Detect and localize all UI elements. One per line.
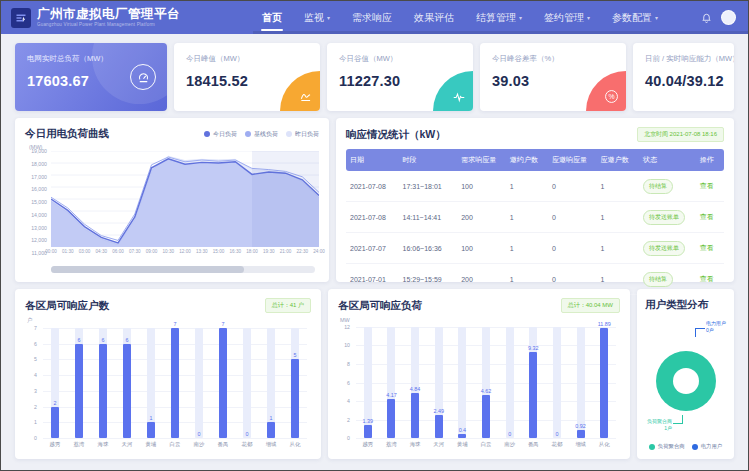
donut-label-aggregator: 负荷聚合商 1户 <box>647 418 672 431</box>
x-category-label: 越秀 <box>50 441 61 448</box>
response-statistics-panel: 响应情况统计（kW） 北京时间 2021-07-08 18:16 日期 时段 需… <box>336 118 734 282</box>
bar <box>411 393 419 438</box>
kpi-label: 日前 / 实时响应能力（MW） <box>645 54 722 64</box>
brand: 广州市虚拟电厂管理平台 Guangzhou Virtual Power Plan… <box>11 8 251 28</box>
view-link[interactable]: 查看 <box>700 244 714 251</box>
legend-item-aggregator[interactable]: 负荷聚合商 <box>649 443 685 450</box>
kpi-card-response-capacity: 日前 / 实时响应能力（MW） 40.04/39.12 <box>633 43 734 111</box>
area-chart <box>51 151 319 247</box>
x-axis: 00:0001:3003:0004:3006:0007:3009:0010:30… <box>51 247 319 256</box>
bar-column: 6荔湾 <box>67 328 91 438</box>
y-axis-unit: 户 <box>27 317 311 324</box>
gauge-icon <box>130 64 156 90</box>
bar <box>291 359 299 438</box>
table-header-row: 日期 时段 需求响应量 邀约户数 应邀响应量 应邀户数 状态 操作 <box>346 149 724 171</box>
status-badge: 待发送账单 <box>643 241 685 256</box>
x-tick: 10:30 <box>163 249 175 254</box>
x-tick: 07:30 <box>129 249 141 254</box>
chevron-down-icon: ▾ <box>655 14 658 21</box>
view-link[interactable]: 查看 <box>700 182 714 189</box>
legend-dot <box>692 444 698 450</box>
x-category-label: 番禺 <box>218 441 229 448</box>
notification-bell-icon[interactable] <box>701 9 712 27</box>
kpi-card-today-valley: 今日谷值（MW） 11227.30 <box>327 43 473 111</box>
bar-value-label: 0.4 <box>459 427 467 433</box>
nav-item-contract[interactable]: 签约管理▾ <box>533 1 601 34</box>
kpi-label: 今日峰谷差率（%） <box>492 54 614 64</box>
chevron-down-icon: ▾ <box>587 14 590 21</box>
legend-dot <box>286 131 292 137</box>
view-link[interactable]: 查看 <box>700 213 714 220</box>
bar-column: 11.89从化 <box>592 327 616 438</box>
user-avatar[interactable] <box>721 10 736 25</box>
legend-dot <box>649 444 655 450</box>
kpi-label: 今日谷值（MW） <box>339 54 461 64</box>
col-demand: 需求响应量 <box>457 149 506 171</box>
view-link[interactable]: 查看 <box>700 275 714 282</box>
nav-item-effect-evaluation[interactable]: 效果评估 <box>403 1 465 34</box>
app-title: 广州市虚拟电厂管理平台 <box>37 8 180 21</box>
bar-value-label: 1 <box>270 415 273 421</box>
bar-value-label: 4.84 <box>410 386 421 392</box>
x-tick: 01:30 <box>62 249 74 254</box>
nav-item-home[interactable]: 首页 <box>251 1 293 34</box>
dashboard-content: 电网实时总负荷（MW） 17603.67 今日峰值（MW） 18415.52 <box>1 34 748 470</box>
nav-item-monitor[interactable]: 监视▾ <box>293 1 341 34</box>
x-tick: 12:00 <box>179 249 191 254</box>
bar <box>600 328 608 438</box>
bars: 1.39越秀4.17荔湾4.84海珠2.49天河0.4黄埔4.62白云0南沙9.… <box>356 327 616 438</box>
bar-column: 1增城 <box>259 328 283 438</box>
beijing-time-badge: 北京时间 2021-07-08 18:16 <box>637 127 724 142</box>
kpi-card-today-peak: 今日峰值（MW） 18415.52 <box>174 43 320 111</box>
bar-column: 5从化 <box>283 328 307 438</box>
brand-text: 广州市虚拟电厂管理平台 Guangzhou Virtual Power Plan… <box>37 8 180 26</box>
bar-column: 1.39越秀 <box>356 327 380 438</box>
bar <box>482 395 490 438</box>
x-tick: 13:30 <box>196 249 208 254</box>
bar-value-label: 7 <box>174 321 177 327</box>
bar-column: 7番禺 <box>211 328 235 438</box>
bar-column: 7白云 <box>163 328 187 438</box>
x-category-label: 从化 <box>290 441 301 448</box>
bar-column: 0花都 <box>235 328 259 438</box>
chevron-down-icon: ▾ <box>519 14 522 21</box>
district-load-panel: 各区局可响应负荷 总计：40.04 MW MW 024681012 1.39越秀… <box>328 289 630 459</box>
legend-item-yesterday-load[interactable]: 昨日负荷 <box>286 130 319 139</box>
nav-item-demand-response[interactable]: 需求响应 <box>341 1 403 34</box>
bar-value-label: 4.62 <box>481 388 492 394</box>
legend-item-baseline-load[interactable]: 基线负荷 <box>245 130 278 139</box>
nav-item-parameter-config[interactable]: 参数配置▾ <box>601 1 669 34</box>
status-badge: 待发送账单 <box>643 210 685 225</box>
user-type-donut-chart: 电力用户 0户 负荷聚合商 1户 <box>645 316 726 441</box>
zoom-slider-thumb[interactable] <box>51 266 244 273</box>
bar <box>171 328 179 438</box>
kpi-row: 电网实时总负荷（MW） 17603.67 今日峰值（MW） 18415.52 <box>15 43 734 111</box>
bar-column: 6天河 <box>115 328 139 438</box>
app-logo-icon <box>11 8 31 28</box>
table-row: 2021-07-08 14:11~14:41 200 1 0 1 待发送账单 查… <box>346 202 724 233</box>
bar <box>267 422 275 438</box>
district-load-bar-chart: 024681012 1.39越秀4.17荔湾4.84海珠2.49天河0.4黄埔4… <box>356 327 616 438</box>
district-users-panel: 各区局可响应户数 总计：41 户 户 01234567 2越秀6荔湾6海珠6天河… <box>15 289 321 459</box>
donut-ring <box>656 351 716 411</box>
nav-item-settlement[interactable]: 结算管理▾ <box>465 1 533 34</box>
x-category-label: 黄埔 <box>457 441 468 448</box>
bar <box>219 328 227 438</box>
x-tick: 21:00 <box>280 249 292 254</box>
kpi-card-realtime-total-load: 电网实时总负荷（MW） 17603.67 <box>15 43 167 111</box>
x-tick: 15:00 <box>213 249 225 254</box>
bar <box>387 399 395 438</box>
x-tick: 09:00 <box>146 249 158 254</box>
x-category-label: 南沙 <box>194 441 205 448</box>
legend-item-power-user[interactable]: 电力用户 <box>692 443 723 450</box>
x-category-label: 海珠 <box>98 441 109 448</box>
chart-zoom-slider[interactable] <box>51 266 315 273</box>
bar <box>99 344 107 438</box>
chevron-down-icon: ▾ <box>327 14 330 21</box>
chart-legend: 今日负荷 基线负荷 昨日负荷 <box>204 130 319 139</box>
legend-item-today-load[interactable]: 今日负荷 <box>204 130 237 139</box>
y-axis: 11,00012,00013,00014,00015,00016,00017,0… <box>25 151 51 253</box>
status-badge: 待结算 <box>643 179 673 194</box>
table-row: 2021-07-08 17:31~18:01 100 1 0 1 待结算 查看 <box>346 171 724 202</box>
x-tick: 06:00 <box>112 249 124 254</box>
